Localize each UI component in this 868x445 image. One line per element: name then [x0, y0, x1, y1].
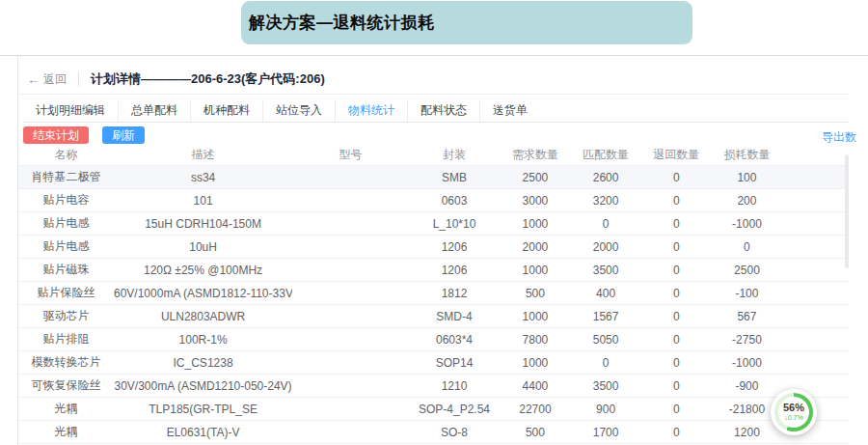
table-row[interactable]: 贴片电感15uH CDRH104-150ML_10*10100000-1000	[18, 212, 849, 236]
table-header-row: 名称描述型号封装需求数量匹配数量退回数量损耗数量	[18, 145, 849, 166]
table-cell: 1567	[571, 305, 641, 328]
table-cell	[292, 375, 409, 398]
table-cell: 5050	[571, 328, 641, 351]
table-cell: 0	[641, 212, 712, 236]
table-cell	[782, 189, 849, 212]
table-row[interactable]: 贴片保险丝60V/1000mA (ASMD1812-110-33V)181250…	[18, 282, 849, 305]
table-body: 肖特基二极管ss34SMB250026000100贴片电容10106033000…	[18, 166, 849, 444]
table-cell: SMD-4	[409, 305, 501, 328]
table-cell: 22700	[500, 398, 570, 421]
table-cell: 0603*4	[409, 328, 501, 351]
header-divider	[18, 94, 849, 95]
table-cell: 1000	[500, 305, 570, 328]
column-header	[782, 145, 849, 166]
table-cell: -2750	[712, 328, 782, 351]
table-cell	[292, 328, 409, 351]
export-data-link[interactable]: 导出数	[822, 129, 856, 146]
table-cell: 光耦	[18, 398, 114, 421]
table-cell: 100	[712, 166, 782, 189]
back-button[interactable]: ← 返回	[27, 71, 67, 88]
table-cell: 0	[641, 351, 712, 375]
table-cell: -1000	[712, 212, 782, 236]
table-cell: 1000	[500, 259, 570, 282]
table-cell: 光耦	[18, 421, 114, 444]
table-cell: 3200	[571, 189, 641, 212]
table-cell: 120Ω ±25% @100MHz	[114, 259, 292, 282]
table-cell	[292, 259, 409, 282]
page-title-banner: 解决方案—退料统计损耗	[241, 1, 692, 44]
table-cell	[292, 236, 409, 259]
table-cell: -100	[712, 282, 782, 305]
tab-total-order-material[interactable]: 总单配料	[119, 100, 191, 122]
table-row[interactable]: 模数转换芯片IC_CS1238SOP14100000-1000	[18, 351, 849, 375]
table-cell: 0603	[409, 189, 501, 212]
table-cell	[292, 166, 409, 189]
table-cell: 2000	[571, 236, 641, 259]
table-cell: SO-8	[409, 421, 501, 444]
table-cell: 1210	[409, 375, 501, 398]
table-cell: 1000	[500, 351, 570, 375]
table-cell: 肖特基二极管	[18, 166, 114, 189]
table-cell: 0	[641, 166, 712, 189]
table-row[interactable]: 贴片电感10uH12062000200000	[18, 236, 849, 259]
column-header: 描述	[114, 145, 292, 166]
table-cell: 567	[712, 305, 782, 328]
tab-delivery-note[interactable]: 送货单	[480, 100, 540, 122]
end-plan-button[interactable]: 结束计划	[23, 126, 89, 144]
table-cell: 2500	[500, 166, 570, 189]
table-cell	[782, 259, 849, 282]
column-header: 匹配数量	[571, 145, 641, 166]
table-row[interactable]: 贴片电容1010603300032000200	[18, 189, 849, 212]
toolbar: 结束计划 刷新	[23, 126, 145, 144]
table-cell	[292, 282, 409, 305]
table-row[interactable]: 肖特基二极管ss34SMB250026000100	[18, 166, 849, 189]
column-header: 需求数量	[500, 145, 570, 166]
top-divider	[0, 55, 868, 56]
table-row[interactable]: 光耦EL0631(TA)-VSO-8500170001200	[18, 421, 849, 444]
table-cell: 可恢复保险丝	[18, 375, 114, 398]
table-cell: 1812	[409, 282, 501, 305]
table-cell: SOP14	[409, 351, 501, 375]
table-cell	[292, 398, 409, 421]
table-row[interactable]: 贴片排阻100R-1%0603*4780050500-2750	[18, 328, 849, 351]
table-cell: 500	[500, 282, 570, 305]
table-cell: 3500	[571, 375, 641, 398]
table-cell: 101	[114, 189, 292, 212]
table-cell	[292, 351, 409, 375]
tab-machine-material[interactable]: 机种配料	[191, 100, 263, 122]
table-row[interactable]: 可恢复保险丝30V/300mA (ASMD1210-050-24V)121044…	[18, 375, 849, 398]
page-title: 解决方案—退料统计损耗	[249, 12, 435, 34]
table-cell: 0	[641, 421, 712, 444]
table-cell	[782, 236, 849, 259]
table-row[interactable]: 驱动芯片ULN2803ADWRSMD-4100015670567	[18, 305, 849, 328]
tab-material-status[interactable]: 配料状态	[408, 100, 480, 122]
plan-header: ← 返回 计划详情————206-6-23(客户代码:206)	[27, 70, 325, 88]
table-cell: 贴片磁珠	[18, 259, 114, 282]
tab-station-import[interactable]: 站位导入	[263, 100, 336, 122]
column-header: 名称	[18, 145, 114, 166]
table-cell: 400	[571, 282, 641, 305]
table-cell: 0	[641, 398, 712, 421]
table-row[interactable]: 贴片磁珠120Ω ±25% @100MHz12061000350002500	[18, 259, 849, 282]
gauge-delta: ↓0.7%	[784, 413, 802, 422]
scrollbar-thumb[interactable]	[845, 154, 849, 268]
table-cell	[292, 305, 409, 328]
table-cell: -1000	[712, 351, 782, 375]
table-cell: 900	[571, 398, 641, 421]
tab-material-statistics[interactable]: 物料统计	[336, 100, 408, 122]
table-cell: 0	[641, 305, 712, 328]
tab-plan-detail-edit[interactable]: 计划明细编辑	[23, 100, 119, 122]
table-cell: 15uH CDRH104-150M	[114, 212, 292, 236]
refresh-button[interactable]: 刷新	[102, 126, 145, 144]
table-cell: 500	[500, 421, 570, 444]
table-cell: 0	[712, 236, 782, 259]
table-cell: 100R-1%	[114, 328, 292, 351]
plan-detail-title: 计划详情————206-6-23(客户代码:206)	[91, 70, 325, 88]
table-cell	[292, 189, 409, 212]
table-cell: ULN2803ADWR	[114, 305, 292, 328]
table-cell: 200	[712, 189, 782, 212]
table-cell: 贴片电感	[18, 212, 114, 236]
table-row[interactable]: 光耦TLP185(GR-TPL_SESOP-4_P2.54227009000-2…	[18, 398, 849, 421]
table-cell: IC_CS1238	[114, 351, 292, 375]
table-cell: 60V/1000mA (ASMD1812-110-33V)	[114, 282, 292, 305]
